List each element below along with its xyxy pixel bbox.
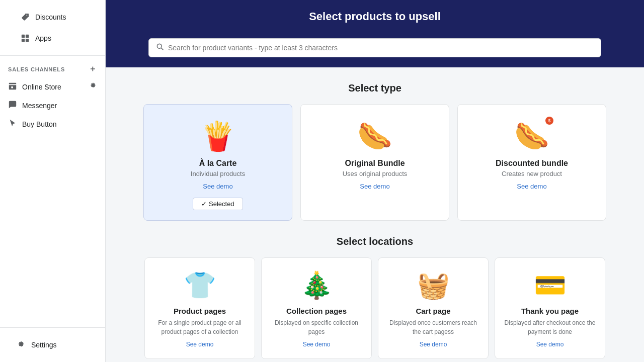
discounted-bundle-emoji: 🌭$ — [514, 120, 549, 153]
search-wrapper — [106, 38, 644, 67]
settings-icon — [16, 340, 26, 350]
select-locations-section: Select locations 👕 Product pages For a s… — [133, 231, 616, 362]
sidebar-item-apps[interactable]: Apps — [12, 28, 93, 48]
cart-page-emoji: 🧺 — [386, 270, 480, 301]
original-bundle-see-demo[interactable]: See demo — [360, 183, 389, 190]
a-la-carte-see-demo[interactable]: See demo — [203, 183, 232, 190]
buy-button-left: Buy Button — [8, 119, 57, 129]
online-store-settings-icon[interactable] — [89, 82, 97, 92]
sidebar-item-settings[interactable]: Settings — [8, 335, 97, 355]
sidebar-item-buy-button[interactable]: Buy Button — [0, 115, 105, 133]
cart-page-see-demo[interactable]: See demo — [420, 341, 447, 348]
cart-page-title: Cart page — [386, 307, 480, 315]
select-locations-title: Select locations — [143, 236, 606, 247]
discounted-bundle-subtitle: Creates new product — [468, 170, 596, 177]
collection-pages-subtitle: Displayed on specific collection pages — [270, 318, 363, 336]
search-bar — [148, 38, 601, 57]
online-store-label: Online Store — [22, 83, 61, 91]
settings-label: Settings — [31, 341, 57, 349]
thank-you-page-see-demo[interactable]: See demo — [536, 341, 564, 348]
product-pages-subtitle: For a single product page or all product… — [153, 318, 247, 336]
type-cards-container: 🍟 À la Carte Individual products See dem… — [143, 104, 606, 221]
sidebar-top: Discounts Apps — [0, 0, 105, 56]
sales-channels-label: SALES CHANNELS — [8, 66, 65, 72]
select-type-title: Select type — [143, 82, 606, 94]
svg-point-6 — [157, 44, 162, 48]
type-card-discounted-bundle[interactable]: 🌭$ Discounted bundle Creates new product… — [457, 104, 606, 221]
location-card-product-pages[interactable]: 👕 Product pages For a single product pag… — [144, 257, 255, 359]
svg-rect-0 — [22, 35, 25, 38]
a-la-carte-emoji: 🍟 — [154, 120, 282, 153]
sales-channels-section: SALES CHANNELS ＋ — [0, 56, 105, 77]
collection-pages-emoji: 🎄 — [270, 270, 363, 301]
messenger-left: Messenger — [8, 100, 57, 111]
collection-pages-see-demo[interactable]: See demo — [303, 341, 331, 348]
thank-you-page-emoji: 💳 — [503, 270, 597, 301]
original-bundle-title: Original Bundle — [311, 159, 439, 168]
original-bundle-emoji: 🌭 — [311, 120, 439, 153]
page-header: Select products to upsell — [106, 0, 644, 38]
search-icon — [156, 43, 164, 53]
selected-badge: ✓ Selected — [193, 198, 243, 210]
tag-icon — [20, 12, 30, 22]
search-input[interactable] — [168, 44, 594, 52]
svg-line-7 — [161, 48, 163, 50]
thank-you-page-title: Thank you page — [503, 307, 597, 315]
sidebar-item-apps-label: Apps — [35, 34, 51, 42]
main-content: Select products to upsell Select type 🍟 … — [106, 0, 644, 362]
product-pages-see-demo[interactable]: See demo — [186, 341, 214, 348]
buy-button-label: Buy Button — [22, 120, 57, 128]
svg-rect-1 — [26, 35, 29, 38]
svg-rect-3 — [26, 39, 29, 42]
type-card-original-bundle[interactable]: 🌭 Original Bundle Uses original products… — [300, 104, 449, 221]
sidebar: Discounts Apps SALES CHANNELS ＋ Online S… — [0, 0, 106, 362]
chat-icon — [8, 100, 17, 111]
collection-pages-title: Collection pages — [270, 307, 363, 315]
thank-you-page-subtitle: Displayed after checkout once the paymen… — [503, 318, 597, 336]
cart-page-subtitle: Displayed once customers reach the cart … — [386, 318, 480, 336]
sidebar-item-discounts[interactable]: Discounts — [12, 7, 93, 27]
type-card-a-la-carte[interactable]: 🍟 À la Carte Individual products See dem… — [143, 104, 292, 221]
messenger-label: Messenger — [22, 102, 57, 110]
a-la-carte-subtitle: Individual products — [154, 170, 282, 177]
product-pages-title: Product pages — [153, 307, 247, 315]
store-icon — [8, 81, 17, 92]
svg-rect-2 — [22, 39, 25, 42]
sidebar-item-online-store[interactable]: Online Store — [0, 77, 105, 96]
grid-icon — [20, 33, 30, 43]
location-cards-container: 👕 Product pages For a single product pag… — [143, 257, 606, 359]
location-card-collection-pages[interactable]: 🎄 Collection pages Displayed on specific… — [261, 257, 372, 359]
add-channel-icon[interactable]: ＋ — [89, 64, 97, 74]
sidebar-item-discounts-label: Discounts — [35, 13, 66, 21]
sidebar-settings[interactable]: Settings — [0, 327, 105, 362]
location-card-thank-you-page[interactable]: 💳 Thank you page Displayed after checkou… — [495, 257, 605, 359]
cursor-icon — [8, 119, 17, 129]
a-la-carte-title: À la Carte — [154, 159, 282, 168]
product-pages-emoji: 👕 — [153, 270, 247, 301]
location-card-cart-page[interactable]: 🧺 Cart page Displayed once customers rea… — [378, 257, 489, 359]
discounted-bundle-title: Discounted bundle — [468, 159, 596, 168]
page-title: Select products to upsell — [106, 10, 644, 23]
discounted-bundle-see-demo[interactable]: See demo — [517, 183, 546, 190]
online-store-left: Online Store — [8, 81, 61, 92]
select-type-section: Select type 🍟 À la Carte Individual prod… — [133, 67, 616, 231]
original-bundle-subtitle: Uses original products — [311, 170, 439, 177]
sidebar-item-messenger[interactable]: Messenger — [0, 96, 105, 115]
